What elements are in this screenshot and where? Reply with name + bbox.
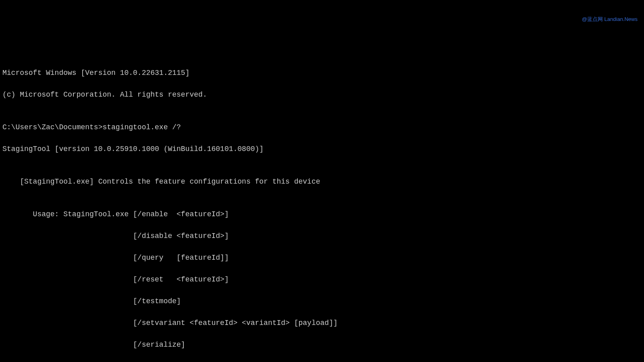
usage-reset-line: [/reset <featureId>]: [2, 274, 642, 285]
watermark-text: @蓝点网 Landian.News: [582, 15, 638, 23]
copyright-line: (c) Microsoft Corporation. All rights re…: [2, 89, 642, 100]
usage-setvariant-line: [/setvariant <featureId> <variantId> [pa…: [2, 318, 642, 329]
usage-disable-line: [/disable <featureId>]: [2, 231, 642, 242]
usage-query-line: [/query [featureId]]: [2, 252, 642, 263]
command-prompt-line[interactable]: C:\Users\Zac\Documents>stagingtool.exe /…: [2, 122, 642, 133]
usage-testmode-line: [/testmode]: [2, 296, 642, 307]
windows-version-line: Microsoft Windows [Version 10.0.22631.21…: [2, 68, 642, 79]
stagingtool-version-line: StagingTool [version 10.0.25910.1000 (Wi…: [2, 144, 642, 155]
usage-serialize-line: [/serialize]: [2, 339, 642, 350]
usage-header-line: Usage: StagingTool.exe [/enable <feature…: [2, 209, 642, 220]
description-line: [StagingTool.exe] Controls the feature c…: [2, 176, 642, 187]
